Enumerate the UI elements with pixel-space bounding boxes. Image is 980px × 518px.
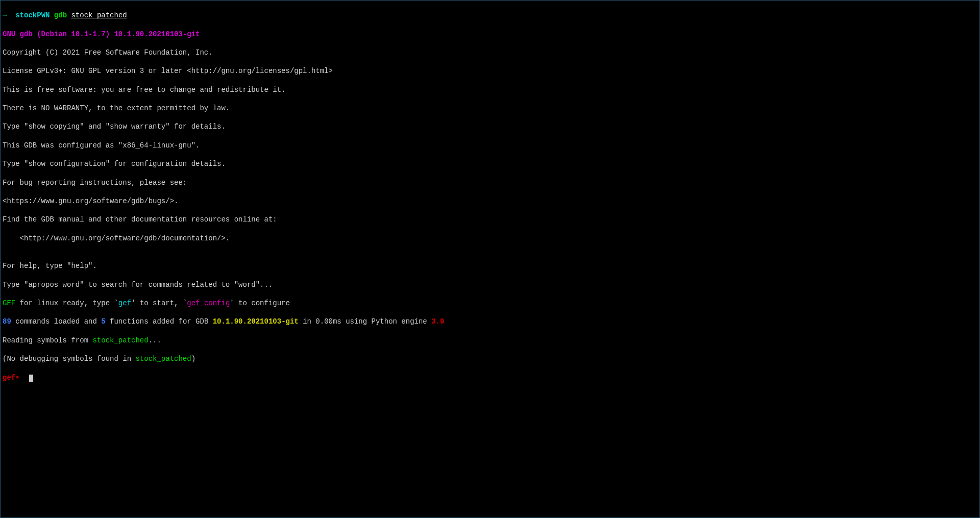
gdb-config1: This GDB was configured as "x86_64-linux… xyxy=(3,141,977,150)
gef-ready-text: for linux ready, type ` xyxy=(15,299,118,307)
no-symbols-line: (No debugging symbols found in stock_pat… xyxy=(3,354,977,363)
reading-symbols-line: Reading symbols from stock_patched... xyxy=(3,336,977,345)
gef-prompt: gef➤ xyxy=(3,374,20,382)
nosym-pre: (No debugging symbols found in xyxy=(3,355,135,363)
prompt-cmd: gdb xyxy=(54,11,67,19)
prompt-arrow: → xyxy=(3,11,7,19)
gdb-license: License GPLv3+: GNU GPL version 3 or lat… xyxy=(3,66,977,76)
gdb-free2: There is NO WARRANTY, to the extent perm… xyxy=(3,104,977,113)
nosym-post: ) xyxy=(191,355,195,363)
gef-link: gef xyxy=(118,299,131,307)
prompt-arg: stock_patched xyxy=(71,11,127,19)
prompt-dir: stockPWN xyxy=(15,11,50,19)
num-funcs: 5 xyxy=(101,317,105,326)
gdb-doc2: <http://www.gnu.org/software/gdb/documen… xyxy=(3,234,977,243)
gef-prompt-line[interactable]: gef➤ xyxy=(3,373,977,382)
gef-config-link: gef config xyxy=(187,299,230,307)
gdb-show1: Type "show copying" and "show warranty" … xyxy=(3,122,977,131)
cursor-block xyxy=(29,375,33,382)
gef-ready-line: GEF for linux ready, type `gef' to start… xyxy=(3,299,977,308)
gdb-help2: Type "apropos word" to search for comman… xyxy=(3,280,977,289)
gdb-config2: Type "show configuration" for configurat… xyxy=(3,159,977,168)
gef-loaded-line: 89 commands loaded and 5 functions added… xyxy=(3,317,977,326)
nosym-file: stock_patched xyxy=(135,355,191,363)
reading-pre: Reading symbols from xyxy=(3,336,92,344)
gdb-doc1: Find the GDB manual and other documentat… xyxy=(3,215,977,224)
gdb-version: 10.1.90.20210103-git xyxy=(213,317,299,326)
gdb-free1: This is free software: you are free to c… xyxy=(3,85,977,94)
python-version: 3.9 xyxy=(431,317,444,326)
loaded-mid3: in 0.00ms using Python engine xyxy=(299,317,431,326)
num-commands: 89 xyxy=(3,317,11,326)
gef-label: GEF xyxy=(3,299,15,307)
gdb-copyright: Copyright (C) 2021 Free Software Foundat… xyxy=(3,48,977,57)
gdb-help1: For help, type "help". xyxy=(3,261,977,270)
gef-start-text: ' to start, ` xyxy=(131,299,187,307)
reading-file: stock_patched xyxy=(92,336,148,344)
shell-prompt-line: → stockPWN gdb stock_patched xyxy=(3,11,977,20)
gdb-bug2: <https://www.gnu.org/software/gdb/bugs/>… xyxy=(3,196,977,206)
loaded-mid1: commands loaded and xyxy=(11,317,101,326)
reading-post: ... xyxy=(149,336,161,344)
gef-tail: ' to configure xyxy=(230,299,290,307)
terminal-output[interactable]: → stockPWN gdb stock_patched GNU gdb (De… xyxy=(1,1,979,392)
gdb-title: GNU gdb (Debian 10.1-1.7) 10.1.90.202101… xyxy=(3,30,977,39)
gdb-bug1: For bug reporting instructions, please s… xyxy=(3,178,977,187)
loaded-mid2: functions added for GDB xyxy=(106,317,213,326)
